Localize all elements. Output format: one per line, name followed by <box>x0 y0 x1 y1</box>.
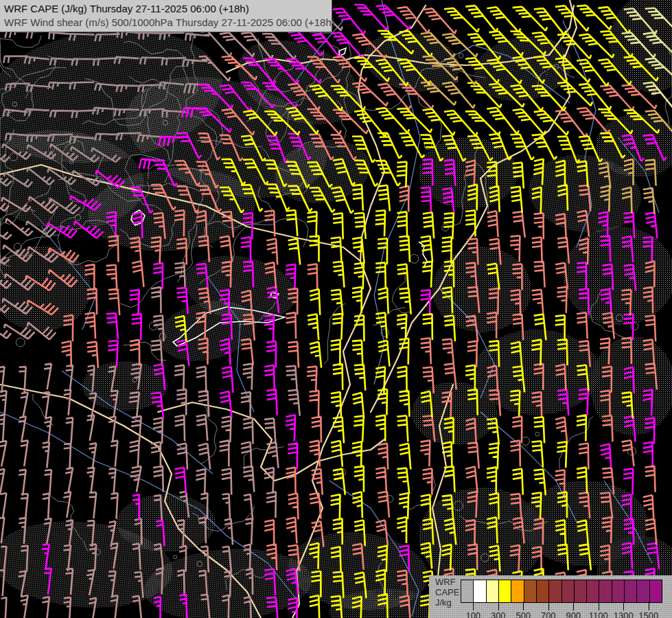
legend-cell <box>499 580 511 602</box>
legend-cell <box>474 580 486 602</box>
legend-colorbar <box>461 580 662 603</box>
map-title-bar: WRF CAPE (J/kg) Thursday 27-11-2025 06:0… <box>0 0 332 32</box>
legend-tick-label: 300 <box>491 610 506 618</box>
weather-map-canvas <box>0 0 672 618</box>
legend-cell <box>537 580 549 602</box>
title-cape-line: WRF CAPE (J/kg) Thursday 27-11-2025 06:0… <box>4 2 327 16</box>
legend-cell <box>562 580 575 602</box>
legend-tick-label: 500 <box>515 610 531 618</box>
legend-cell <box>549 580 561 602</box>
legend-tick-label: 1500 <box>638 610 658 618</box>
legend-tick-label: 100 <box>465 610 480 618</box>
legend-cell <box>650 580 662 602</box>
legend-label-unit: J/kg <box>435 597 459 608</box>
weather-map-app: WRF CAPE (J/kg) Thursday 27-11-2025 06:0… <box>0 0 672 618</box>
legend-cell <box>487 580 499 602</box>
legend-label-model: WRF <box>435 577 459 587</box>
legend-cell <box>599 580 612 602</box>
legend-tick-label: 1100 <box>589 610 608 618</box>
legend-tick-label: 900 <box>566 610 581 618</box>
legend-cell <box>511 580 524 602</box>
legend-cell <box>575 580 587 602</box>
legend-tick-label: 700 <box>541 610 556 618</box>
title-shear-line: WRF Wind shear (m/s) 500/1000hPa Thursda… <box>4 16 327 30</box>
legend-cell <box>612 580 625 602</box>
legend-tick-label: 1300 <box>614 610 634 618</box>
legend-label: WRF CAPE J/kg <box>435 577 459 608</box>
legend-label-variable: CAPE <box>435 587 459 597</box>
legend-cell <box>461 580 474 602</box>
legend-cell <box>524 580 537 602</box>
legend-cell <box>625 580 637 602</box>
legend-cell <box>587 580 599 602</box>
legend-cell <box>637 580 649 602</box>
cape-legend: WRF CAPE J/kg 10030050070090011001300150… <box>429 575 672 618</box>
